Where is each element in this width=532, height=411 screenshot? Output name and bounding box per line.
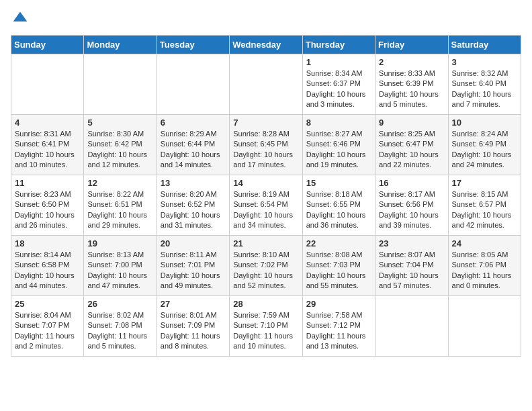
calendar-cell: 18Sunrise: 8:14 AM Sunset: 6:58 PM Dayli… (11, 236, 84, 296)
day-number: 24 (452, 238, 517, 248)
svg-marker-0 (13, 12, 28, 21)
cell-info: Sunrise: 8:15 AM Sunset: 6:57 PM Dayligh… (452, 189, 517, 231)
header-row: SundayMondayTuesdayWednesdayThursdayFrid… (11, 36, 521, 54)
day-number: 9 (379, 118, 444, 128)
calendar-cell: 7Sunrise: 8:28 AM Sunset: 6:45 PM Daylig… (230, 115, 302, 175)
day-number: 18 (15, 238, 80, 248)
col-header-tuesday: Tuesday (157, 36, 229, 54)
cell-info: Sunrise: 8:32 AM Sunset: 6:40 PM Dayligh… (452, 68, 517, 110)
calendar-cell: 19Sunrise: 8:13 AM Sunset: 7:00 PM Dayli… (84, 236, 157, 296)
calendar-cell: 13Sunrise: 8:20 AM Sunset: 6:52 PM Dayli… (157, 175, 229, 236)
day-number: 11 (15, 178, 80, 188)
col-header-friday: Friday (375, 36, 448, 54)
calendar-cell: 8Sunrise: 8:27 AM Sunset: 6:46 PM Daylig… (302, 115, 375, 175)
calendar-cell: 22Sunrise: 8:08 AM Sunset: 7:03 PM Dayli… (302, 236, 375, 296)
cell-info: Sunrise: 8:14 AM Sunset: 6:58 PM Dayligh… (15, 250, 80, 291)
week-row-5: 25Sunrise: 8:04 AM Sunset: 7:07 PM Dayli… (11, 296, 521, 357)
day-number: 6 (161, 118, 226, 128)
calendar-cell: 4Sunrise: 8:31 AM Sunset: 6:41 PM Daylig… (11, 115, 84, 175)
calendar-cell: 16Sunrise: 8:17 AM Sunset: 6:56 PM Dayli… (375, 175, 448, 236)
cell-info: Sunrise: 8:08 AM Sunset: 7:03 PM Dayligh… (306, 250, 371, 291)
day-number: 13 (161, 178, 226, 188)
cell-info: Sunrise: 8:11 AM Sunset: 7:01 PM Dayligh… (161, 250, 226, 291)
calendar-cell: 12Sunrise: 8:22 AM Sunset: 6:51 PM Dayli… (84, 175, 157, 236)
day-number: 21 (233, 238, 298, 248)
day-number: 4 (15, 118, 80, 128)
day-number: 7 (233, 118, 298, 128)
calendar-cell: 17Sunrise: 8:15 AM Sunset: 6:57 PM Dayli… (448, 175, 521, 236)
calendar-cell: 9Sunrise: 8:25 AM Sunset: 6:47 PM Daylig… (375, 115, 448, 175)
calendar-cell: 23Sunrise: 8:07 AM Sunset: 7:04 PM Dayli… (375, 236, 448, 296)
cell-info: Sunrise: 8:22 AM Sunset: 6:51 PM Dayligh… (87, 189, 152, 231)
day-number: 2 (379, 57, 444, 67)
day-number: 14 (233, 178, 298, 188)
day-number: 10 (452, 118, 517, 128)
day-number: 15 (306, 178, 371, 188)
col-header-monday: Monday (84, 36, 157, 54)
day-number: 27 (161, 299, 226, 309)
calendar-cell: 1Sunrise: 8:34 AM Sunset: 6:37 PM Daylig… (302, 54, 375, 115)
col-header-saturday: Saturday (448, 36, 521, 54)
cell-info: Sunrise: 8:05 AM Sunset: 7:06 PM Dayligh… (452, 250, 517, 291)
cell-info: Sunrise: 8:07 AM Sunset: 7:04 PM Dayligh… (379, 250, 444, 291)
cell-info: Sunrise: 8:01 AM Sunset: 7:09 PM Dayligh… (161, 310, 226, 352)
calendar-cell: 15Sunrise: 8:18 AM Sunset: 6:55 PM Dayli… (302, 175, 375, 236)
col-header-sunday: Sunday (11, 36, 84, 54)
cell-info: Sunrise: 8:19 AM Sunset: 6:54 PM Dayligh… (233, 189, 298, 231)
calendar-cell (375, 296, 448, 357)
cell-info: Sunrise: 8:31 AM Sunset: 6:41 PM Dayligh… (15, 129, 80, 171)
week-row-4: 18Sunrise: 8:14 AM Sunset: 6:58 PM Dayli… (11, 236, 521, 296)
cell-info: Sunrise: 8:28 AM Sunset: 6:45 PM Dayligh… (233, 129, 298, 171)
day-number: 17 (452, 178, 517, 188)
day-number: 29 (306, 299, 371, 309)
day-number: 22 (306, 238, 371, 248)
week-row-3: 11Sunrise: 8:23 AM Sunset: 6:50 PM Dayli… (11, 175, 521, 236)
day-number: 26 (87, 299, 152, 309)
calendar-cell: 5Sunrise: 8:30 AM Sunset: 6:42 PM Daylig… (84, 115, 157, 175)
week-row-2: 4Sunrise: 8:31 AM Sunset: 6:41 PM Daylig… (11, 115, 521, 175)
calendar-cell: 6Sunrise: 8:29 AM Sunset: 6:44 PM Daylig… (157, 115, 229, 175)
calendar-cell (448, 296, 521, 357)
cell-info: Sunrise: 8:34 AM Sunset: 6:37 PM Dayligh… (306, 68, 371, 110)
day-number: 1 (306, 57, 371, 67)
col-header-thursday: Thursday (302, 36, 375, 54)
logo (11, 11, 31, 30)
calendar-cell: 24Sunrise: 8:05 AM Sunset: 7:06 PM Dayli… (448, 236, 521, 296)
day-number: 3 (452, 57, 517, 67)
cell-info: Sunrise: 7:59 AM Sunset: 7:10 PM Dayligh… (233, 310, 298, 352)
calendar-cell: 3Sunrise: 8:32 AM Sunset: 6:40 PM Daylig… (448, 54, 521, 115)
cell-info: Sunrise: 8:23 AM Sunset: 6:50 PM Dayligh… (15, 189, 80, 231)
calendar-cell: 29Sunrise: 7:58 AM Sunset: 7:12 PM Dayli… (302, 296, 375, 357)
day-number: 20 (161, 238, 226, 248)
calendar-cell (84, 54, 157, 115)
calendar-cell: 14Sunrise: 8:19 AM Sunset: 6:54 PM Dayli… (230, 175, 302, 236)
cell-info: Sunrise: 8:04 AM Sunset: 7:07 PM Dayligh… (15, 310, 80, 352)
calendar-cell: 28Sunrise: 7:59 AM Sunset: 7:10 PM Dayli… (230, 296, 302, 357)
calendar-cell (230, 54, 302, 115)
calendar-cell: 21Sunrise: 8:10 AM Sunset: 7:02 PM Dayli… (230, 236, 302, 296)
calendar-cell: 25Sunrise: 8:04 AM Sunset: 7:07 PM Dayli… (11, 296, 84, 357)
day-number: 16 (379, 178, 444, 188)
cell-info: Sunrise: 8:02 AM Sunset: 7:08 PM Dayligh… (87, 310, 152, 352)
day-number: 25 (15, 299, 80, 309)
calendar-cell: 10Sunrise: 8:24 AM Sunset: 6:49 PM Dayli… (448, 115, 521, 175)
calendar-cell (157, 54, 229, 115)
page-header (11, 11, 521, 30)
calendar-cell: 2Sunrise: 8:33 AM Sunset: 6:39 PM Daylig… (375, 54, 448, 115)
cell-info: Sunrise: 8:29 AM Sunset: 6:44 PM Dayligh… (161, 129, 226, 171)
cell-info: Sunrise: 8:10 AM Sunset: 7:02 PM Dayligh… (233, 250, 298, 291)
cell-info: Sunrise: 8:13 AM Sunset: 7:00 PM Dayligh… (87, 250, 152, 291)
cell-info: Sunrise: 8:24 AM Sunset: 6:49 PM Dayligh… (452, 129, 517, 171)
calendar-cell (11, 54, 84, 115)
day-number: 12 (87, 178, 152, 188)
calendar-table: SundayMondayTuesdayWednesdayThursdayFrid… (11, 35, 521, 357)
cell-info: Sunrise: 8:30 AM Sunset: 6:42 PM Dayligh… (87, 129, 152, 171)
week-row-1: 1Sunrise: 8:34 AM Sunset: 6:37 PM Daylig… (11, 54, 521, 115)
calendar-cell: 20Sunrise: 8:11 AM Sunset: 7:01 PM Dayli… (157, 236, 229, 296)
day-number: 5 (87, 118, 152, 128)
day-number: 19 (87, 238, 152, 248)
calendar-cell: 26Sunrise: 8:02 AM Sunset: 7:08 PM Dayli… (84, 296, 157, 357)
cell-info: Sunrise: 8:18 AM Sunset: 6:55 PM Dayligh… (306, 189, 371, 231)
col-header-wednesday: Wednesday (230, 36, 302, 54)
day-number: 8 (306, 118, 371, 128)
